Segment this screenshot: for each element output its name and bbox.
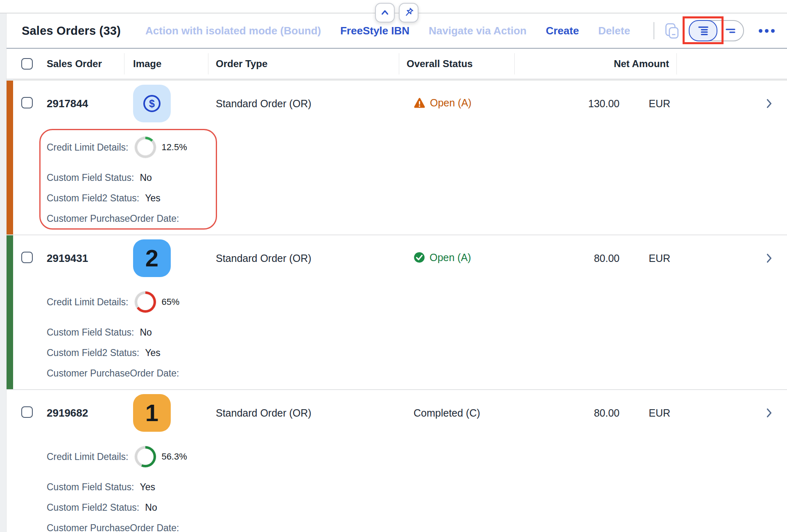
left-gutter bbox=[0, 14, 7, 532]
row-checkbox[interactable] bbox=[21, 406, 33, 418]
status-text: Open (A) bbox=[430, 252, 471, 264]
credit-limit-label: Credit Limit Details: bbox=[47, 297, 128, 308]
table-row: 2917844 $ Standard Order (OR) Open (A) 1… bbox=[7, 81, 787, 235]
order-type: Standard Order (OR) bbox=[216, 98, 311, 109]
column-header-image: Image bbox=[124, 53, 208, 74]
net-amount-value: 80.00 bbox=[515, 252, 620, 264]
row-details: Credit Limit Details: 65% Custom Field S… bbox=[47, 290, 787, 383]
order-image-tile: $ 1 bbox=[133, 394, 171, 432]
row-checkbox[interactable] bbox=[21, 97, 33, 108]
order-image-number: 1 bbox=[145, 401, 158, 425]
custom-field2-value: Yes bbox=[145, 193, 161, 204]
success-icon bbox=[414, 252, 425, 263]
column-header-sales-order: Sales Order bbox=[43, 53, 124, 74]
column-header-order-type: Order Type bbox=[208, 53, 399, 74]
custom-field-value: Yes bbox=[140, 482, 155, 493]
collapse-panel-button[interactable] bbox=[375, 3, 395, 23]
order-image-tile: $ 2 bbox=[133, 239, 171, 277]
sales-orders-page: Sales Orders (33) Action with isolated m… bbox=[0, 0, 787, 532]
column-header-net-amount: Net Amount bbox=[515, 53, 677, 74]
expand-rows-icon bbox=[697, 25, 709, 37]
chevron-right-icon[interactable] bbox=[767, 408, 772, 418]
floating-button-group bbox=[375, 3, 418, 23]
chevron-right-icon[interactable] bbox=[767, 253, 772, 263]
order-type: Standard Order (OR) bbox=[216, 407, 311, 419]
credit-limit-radial-chart bbox=[135, 446, 156, 467]
custom-field2-label: Custom Field2 Status: bbox=[47, 193, 139, 204]
custom-field-label: Custom Field Status: bbox=[47, 172, 134, 183]
custom-field-label: Custom Field Status: bbox=[47, 482, 134, 493]
collapse-rows-icon bbox=[724, 25, 737, 37]
copy-button[interactable] bbox=[663, 21, 681, 40]
currency-code: EUR bbox=[620, 98, 677, 110]
order-image-tile: $ bbox=[133, 85, 171, 122]
action-isolated-mode-button[interactable]: Action with isolated mode (Bound) bbox=[145, 25, 321, 37]
order-row-main[interactable]: 2919682 $ 1 Standard Order (OR) Complete… bbox=[7, 390, 787, 436]
order-row-main[interactable]: 2919431 $ 2 Standard Order (OR) Open (A)… bbox=[7, 235, 787, 281]
expand-rows-button[interactable] bbox=[689, 20, 717, 41]
status-badge: Completed (C) bbox=[414, 407, 480, 419]
custom-field-value: No bbox=[140, 327, 152, 338]
toolbar-actions: Action with isolated mode (Bound) FreeSt… bbox=[145, 25, 630, 37]
credit-limit-label: Credit Limit Details: bbox=[47, 142, 128, 153]
sales-order-number: 2919431 bbox=[43, 252, 88, 264]
custom-field2-value: No bbox=[145, 502, 157, 513]
custom-field2-label: Custom Field2 Status: bbox=[47, 502, 139, 513]
chevron-right-icon[interactable] bbox=[767, 99, 772, 108]
sales-orders-table-card: Sales Orders (33) Action with isolated m… bbox=[7, 14, 787, 532]
currency-code: EUR bbox=[620, 252, 677, 264]
overflow-button[interactable] bbox=[752, 29, 781, 33]
status-badge: Open (A) bbox=[414, 252, 471, 264]
row-details: Credit Limit Details: 56.3% Custom Field… bbox=[47, 445, 787, 532]
sales-order-number: 2917844 bbox=[43, 97, 88, 110]
delete-button[interactable]: Delete bbox=[598, 25, 630, 37]
navigate-via-action-button[interactable]: Navigate via Action bbox=[429, 25, 527, 37]
order-type: Standard Order (OR) bbox=[216, 252, 311, 264]
expand-collapse-segment bbox=[689, 20, 744, 41]
warning-icon bbox=[414, 97, 425, 108]
net-amount-value: 80.00 bbox=[515, 407, 620, 419]
custom-field-value: No bbox=[140, 172, 152, 183]
custom-field2-label: Custom Field2 Status: bbox=[47, 347, 139, 358]
po-date-label: Customer PurchaseOrder Date: bbox=[47, 523, 179, 532]
column-header-overall-status: Overall Status bbox=[399, 53, 515, 74]
order-row-main[interactable]: 2917844 $ Standard Order (OR) Open (A) 1… bbox=[7, 81, 787, 126]
toolbar-divider bbox=[654, 22, 654, 39]
create-button[interactable]: Create bbox=[546, 25, 579, 37]
credit-limit-percent: 65% bbox=[161, 297, 179, 307]
order-image-number: 2 bbox=[145, 246, 158, 270]
credit-limit-radial-chart bbox=[135, 137, 156, 158]
table-body: 2917844 $ Standard Order (OR) Open (A) 1… bbox=[7, 81, 787, 532]
net-amount-value: 130.00 bbox=[515, 98, 620, 110]
status-text: Completed (C) bbox=[414, 407, 480, 419]
status-badge: Open (A) bbox=[414, 97, 471, 109]
page-title: Sales Orders (33) bbox=[22, 24, 121, 38]
credit-limit-percent: 56.3% bbox=[161, 451, 187, 462]
chevron-up-icon bbox=[380, 7, 390, 18]
dollar-icon: $ bbox=[143, 95, 161, 112]
sales-order-number: 2919682 bbox=[43, 407, 88, 419]
table-header: Sales Order Image Order Type Overall Sta… bbox=[7, 48, 787, 81]
credit-limit-radial-chart bbox=[135, 291, 156, 313]
po-date-label: Customer PurchaseOrder Date: bbox=[47, 368, 179, 379]
status-text: Open (A) bbox=[430, 97, 471, 109]
copy-icon bbox=[663, 22, 681, 39]
custom-field-label: Custom Field Status: bbox=[47, 327, 134, 338]
table-row: 2919682 $ 1 Standard Order (OR) Complete… bbox=[7, 390, 787, 532]
table-row: 2919431 $ 2 Standard Order (OR) Open (A)… bbox=[7, 235, 787, 390]
row-details: Credit Limit Details: 12.5% Custom Field… bbox=[47, 135, 787, 229]
pin-icon bbox=[403, 7, 414, 18]
custom-field2-value: Yes bbox=[145, 347, 161, 358]
overflow-icon bbox=[759, 29, 775, 33]
credit-limit-label: Credit Limit Details: bbox=[47, 451, 128, 462]
currency-code: EUR bbox=[620, 407, 677, 419]
credit-limit-percent: 12.5% bbox=[161, 142, 187, 153]
collapse-rows-button[interactable] bbox=[717, 21, 743, 41]
freestyle-ibn-button[interactable]: FreeStyle IBN bbox=[340, 25, 409, 37]
select-all-checkbox[interactable] bbox=[21, 58, 33, 70]
po-date-label: Customer PurchaseOrder Date: bbox=[47, 213, 179, 224]
pin-button[interactable] bbox=[399, 3, 418, 23]
row-checkbox[interactable] bbox=[21, 252, 33, 263]
